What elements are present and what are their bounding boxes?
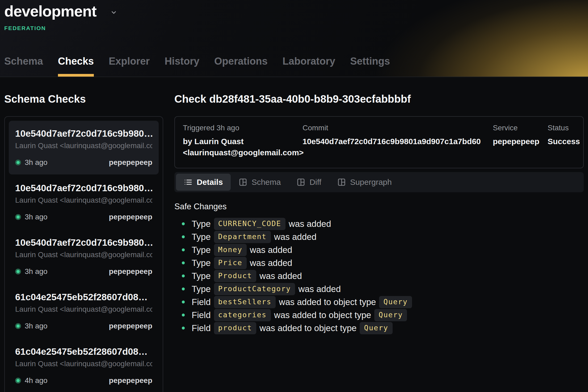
code-chip: Price: [214, 257, 247, 269]
change-prefix: Field: [192, 297, 211, 307]
check-meta-panel: Triggered 3h ago by Laurin Quast <laurin…: [174, 116, 584, 168]
check-item-meta: 4h agopepepepeep: [15, 377, 152, 385]
check-item-time: 4h ago: [25, 376, 48, 385]
check-list-item[interactable]: 10e540d7aef72c0d716c9b980…Laurin Quast <…: [9, 121, 159, 174]
change-row: TypeCURRENCY_CODEwas added: [174, 217, 584, 230]
columns-icon: [337, 178, 346, 186]
change-prefix: Type: [192, 219, 211, 229]
nav-tab-explorer[interactable]: Explorer: [109, 56, 150, 77]
columns-icon: [297, 178, 305, 186]
change-text: was added: [259, 271, 302, 281]
view-tab-label: Details: [197, 178, 223, 187]
section-title: Safe Changes: [174, 202, 584, 211]
meta-status-label: Status: [548, 124, 580, 132]
bullet-icon: [182, 235, 185, 238]
bullet-icon: [182, 261, 185, 264]
change-text: was added to object type: [279, 297, 376, 307]
check-item-service: pepepepeep: [109, 376, 152, 385]
bullet-icon: [182, 287, 185, 290]
meta-commit-value: 10e540d7aef72c0d716c9b9801a9d907c1a7bd60: [303, 136, 493, 147]
code-chip: ProductCategory: [214, 283, 295, 295]
change-prefix: Type: [192, 245, 211, 255]
nav-tab-operations[interactable]: Operations: [214, 56, 268, 77]
code-chip: CURRENCY_CODE: [214, 218, 285, 230]
code-chip: Money: [214, 244, 247, 256]
change-prefix: Field: [192, 310, 211, 320]
tab-schema[interactable]: Schema: [231, 174, 289, 191]
main-nav: SchemaChecksExplorerHistoryOperationsLab…: [4, 56, 390, 77]
check-item-meta: 3h agopepepepeep: [15, 268, 152, 276]
change-row: Fieldcategorieswas added to object typeQ…: [174, 308, 584, 322]
view-tab-label: Schema: [251, 178, 281, 187]
status-dot-icon: [15, 378, 21, 383]
content: Schema Checks 10e540d7aef72c0d716c9b980……: [0, 77, 588, 392]
page-title: development: [4, 2, 96, 20]
code-chip: Query: [379, 296, 412, 308]
check-item-service: pepepepeep: [109, 158, 152, 167]
project-type-badge: FEDERATION: [4, 25, 46, 31]
bullet-icon: [182, 248, 185, 251]
change-row: Fieldproductwas added to object typeQuer…: [174, 322, 584, 335]
meta-service-label: Service: [493, 124, 548, 132]
change-row: TypeProductCategorywas added: [174, 282, 584, 295]
nav-tab-history[interactable]: History: [165, 56, 199, 77]
change-row: TypeProductwas added: [174, 269, 584, 282]
check-item-author: Laurin Quast <laurinquast@googlemail.co…: [15, 359, 152, 369]
check-item-author: Laurin Quast <laurinquast@googlemail.co…: [15, 195, 152, 205]
check-item-meta: 3h agopepepepeep: [15, 213, 152, 221]
change-text: was added: [274, 232, 317, 242]
change-prefix: Type: [192, 284, 211, 294]
nav-tab-checks[interactable]: Checks: [58, 56, 94, 77]
check-item-title: 61c04e25475eb52f28607d08…: [15, 346, 152, 357]
check-item-author: Laurin Quast <laurinquast@googlemail.co…: [15, 305, 152, 314]
view-tabs: DetailsSchemaDiffSupergraph: [174, 172, 584, 192]
change-text: was added: [298, 284, 341, 294]
nav-tab-laboratory[interactable]: Laboratory: [283, 56, 335, 77]
bullet-icon: [182, 314, 185, 316]
columns-icon: [239, 178, 247, 186]
nav-tab-schema[interactable]: Schema: [4, 56, 43, 77]
chevron-down-icon[interactable]: [109, 9, 118, 16]
check-list-item[interactable]: 10e540d7aef72c0d716c9b980…Laurin Quast <…: [9, 230, 159, 283]
check-list-item[interactable]: 61c04e25475eb52f28607d08…Laurin Quast <l…: [9, 339, 159, 392]
check-item-title: 61c04e25475eb52f28607d08…: [15, 291, 152, 303]
tab-supergraph[interactable]: Supergraph: [329, 174, 400, 191]
meta-service: Service pepepepeep: [493, 124, 548, 158]
check-item-time: 3h ago: [25, 158, 48, 167]
check-title: Check db28f481-35aa-40b0-b8b9-303ecfabbb…: [174, 93, 584, 105]
tab-details[interactable]: Details: [176, 174, 231, 191]
change-row: TypeDepartmentwas added: [174, 230, 584, 243]
status-dot-icon: [15, 323, 21, 329]
change-prefix: Field: [192, 323, 211, 333]
check-detail: Check db28f481-35aa-40b0-b8b9-303ecfabbb…: [174, 77, 584, 335]
code-chip: Department: [214, 231, 271, 243]
status-dot-icon: [15, 214, 21, 220]
code-chip: bestSellers: [214, 296, 276, 308]
tab-diff[interactable]: Diff: [289, 174, 329, 191]
check-item-title: 10e540d7aef72c0d716c9b980…: [15, 128, 152, 139]
meta-triggered-value: by Laurin Quast <laurinquast@googlemail.…: [183, 136, 303, 158]
code-chip: Query: [360, 322, 392, 334]
check-list-item[interactable]: 10e540d7aef72c0d716c9b980…Laurin Quast <…: [9, 175, 159, 229]
check-item-time: 3h ago: [25, 322, 48, 330]
change-text: was added: [250, 258, 292, 268]
change-prefix: Type: [192, 271, 211, 281]
check-item-service: pepepepeep: [109, 322, 152, 330]
change-row: FieldbestSellerswas added to object type…: [174, 295, 584, 308]
change-text: was added to object type: [259, 323, 356, 333]
check-list-item[interactable]: 61c04e25475eb52f28607d08…Laurin Quast <l…: [9, 284, 159, 338]
check-item-meta: 3h agopepepepeep: [15, 159, 152, 166]
meta-service-value: pepepepeep: [493, 136, 548, 147]
check-item-author: Laurin Quast <laurinquast@googlemail.co…: [15, 141, 152, 151]
safe-changes-list: TypeCURRENCY_CODEwas addedTypeDepartment…: [174, 217, 584, 335]
change-prefix: Type: [192, 232, 211, 242]
nav-tab-settings[interactable]: Settings: [350, 56, 390, 77]
change-prefix: Type: [192, 258, 211, 268]
meta-status: Status Success: [548, 124, 580, 158]
check-item-time: 3h ago: [25, 267, 48, 276]
change-text: was added: [250, 245, 292, 255]
bullet-icon: [182, 274, 185, 277]
check-item-meta: 3h agopepepepeep: [15, 322, 152, 330]
checks-sidebar: Schema Checks 10e540d7aef72c0d716c9b980……: [4, 77, 163, 392]
check-item-time: 3h ago: [25, 213, 48, 221]
